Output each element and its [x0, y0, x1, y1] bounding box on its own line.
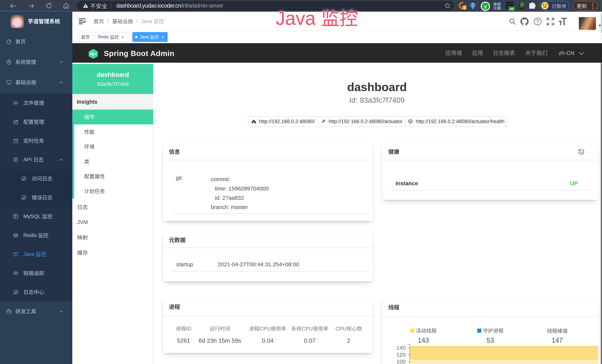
svg-text:on: on [510, 7, 514, 11]
svg-text:1: 1 [463, 6, 465, 10]
svg-text:y: y [484, 4, 487, 9]
